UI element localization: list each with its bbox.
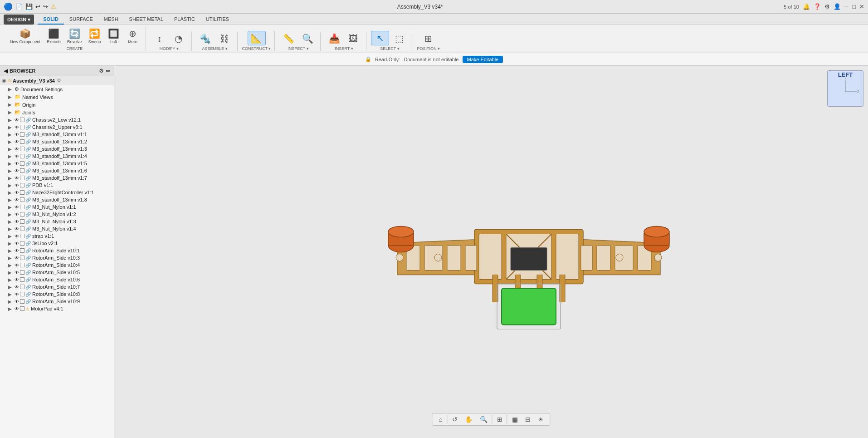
close-button[interactable]: ✕ <box>859 3 864 10</box>
tree-standoff-111[interactable]: ▶ 👁 🔗 M3_standoff_13mm v1:6 <box>0 167 114 174</box>
file-icon[interactable]: 📄 <box>15 3 23 10</box>
revolve-button[interactable]: 🔄 Revolve <box>64 27 85 45</box>
loft-button[interactable]: 🔲 Loft <box>105 27 123 45</box>
tree-standoff-110[interactable]: ▶ 👁 🔗 M3_standoff_13mm v1:5 <box>0 160 114 167</box>
sweep-button[interactable]: 🔁 Sweep <box>86 27 104 45</box>
new-component-button[interactable]: 📦 New Component <box>7 27 43 45</box>
press-pull-button[interactable]: ↕ <box>151 32 169 45</box>
nut4-eye[interactable]: 👁 <box>15 226 19 231</box>
display-mode-button[interactable]: ▦ <box>509 415 521 424</box>
nut3-eye[interactable]: 👁 <box>15 219 19 224</box>
so9-eye[interactable]: 👁 <box>15 154 19 159</box>
rotor3-eye[interactable]: 👁 <box>15 256 19 261</box>
chassisv2-upper-eye[interactable]: 👁 <box>15 125 19 130</box>
tree-rotorarm-4[interactable]: ▶ 👁 🔗 RotorArm_Side v10:4 <box>0 261 114 269</box>
fillet-button[interactable]: ◔ <box>170 32 188 45</box>
rotor7-eye[interactable]: 👁 <box>15 285 19 290</box>
tree-rotorarm-8[interactable]: ▶ 👁 🔗 RotorArm_Side v10:8 <box>0 290 114 298</box>
nut1-eye[interactable]: 👁 <box>15 205 19 210</box>
minimize-button[interactable]: ─ <box>844 3 848 10</box>
user-icon[interactable]: 👤 <box>834 3 841 10</box>
zoom-to-fit-button[interactable]: ⊞ <box>494 415 505 424</box>
orbit-button[interactable]: ↺ <box>449 415 460 424</box>
tree-standoff-112[interactable]: ▶ 👁 🔗 M3_standoff_13mm v1:7 <box>0 174 114 182</box>
so7-eye[interactable]: 👁 <box>15 139 19 144</box>
rotor6-eye[interactable]: 👁 <box>15 277 19 282</box>
redo-icon[interactable]: ↪ <box>43 3 48 10</box>
tree-named-views[interactable]: ▶ 📁 Named Views <box>0 93 114 101</box>
tree-strap[interactable]: ▶ 👁 🔗 strap v1:1 <box>0 232 114 240</box>
tree-rotorarm-1[interactable]: ▶ 👁 🔗 RotorArm_Side v10:1 <box>0 247 114 254</box>
root-visibility[interactable]: ◉ <box>2 78 6 84</box>
tree-standoff-18[interactable]: ▶ 👁 🔗 M3_standoff_13mm v1:8 <box>0 196 114 203</box>
tab-solid[interactable]: SOLID <box>38 15 64 25</box>
nut2-eye[interactable]: 👁 <box>15 212 19 217</box>
construct-main-button[interactable]: 📐 <box>248 31 266 45</box>
tree-nut-2[interactable]: ▶ 👁 🔗 M3_Nut_Nylon v1:2 <box>0 211 114 218</box>
rigid-group-button[interactable]: ⛓ <box>215 32 234 45</box>
grid-button[interactable]: ⊟ <box>522 415 533 424</box>
pdb-eye[interactable]: 👁 <box>15 183 19 188</box>
create-more-button[interactable]: ⊕ More <box>124 27 142 45</box>
3slipo-eye[interactable]: 👁 <box>15 241 19 246</box>
browser-settings-icon[interactable]: ⚙ <box>99 68 104 74</box>
tree-root[interactable]: ◉ ⚠ Assembly_V3 v34 ⚙ <box>0 76 114 85</box>
align-button[interactable]: ⊞ <box>419 32 438 45</box>
tree-naze32[interactable]: ▶ 👁 🔗 Naze32FlightController v1:1 <box>0 189 114 196</box>
notification-icon[interactable]: 🔔 <box>803 3 810 10</box>
rotor9-eye[interactable]: 👁 <box>15 299 19 304</box>
rotor8-eye[interactable]: 👁 <box>15 292 19 297</box>
tree-rotorarm-3[interactable]: ▶ 👁 🔗 RotorArm_Side v10:3 <box>0 254 114 261</box>
root-settings-icon[interactable]: ⚙ <box>57 78 61 84</box>
joint-button[interactable]: 🔩 <box>196 32 215 45</box>
tab-utilities[interactable]: UTILITIES <box>200 15 234 25</box>
rotor5-eye[interactable]: 👁 <box>15 270 19 275</box>
tree-motorpad[interactable]: ▶ 👁 ⚠ MotorPad v4:1 <box>0 305 114 312</box>
standoff-18-eye[interactable]: 👁 <box>15 197 19 202</box>
so8-eye[interactable]: 👁 <box>15 147 19 152</box>
select-button[interactable]: ↖ <box>371 31 389 45</box>
tree-chassisv2-low[interactable]: ▶ 👁 🔗 Chassisv2_Low v12:1 <box>0 116 114 123</box>
rotor1-eye[interactable]: 👁 <box>15 248 19 253</box>
construct-label[interactable]: CONSTRUCT ▾ <box>242 46 271 51</box>
make-editable-button[interactable]: Make Editable <box>463 56 503 63</box>
extrude-button[interactable]: ⬛ Extrude <box>44 27 63 45</box>
save-icon[interactable]: 💾 <box>25 3 33 10</box>
so6-eye[interactable]: 👁 <box>15 132 19 137</box>
assemble-label[interactable]: ASSEMBLE ▾ <box>202 46 228 51</box>
tree-nut-4[interactable]: ▶ 👁 🔗 M3_Nut_Nylon v1:4 <box>0 225 114 232</box>
decal-button[interactable]: 🖼 <box>344 32 362 45</box>
zoom-button[interactable]: 🔍 <box>477 415 490 424</box>
browser-resize-icon[interactable]: ⇔ <box>106 68 110 74</box>
undo-icon[interactable]: ↩ <box>35 3 40 10</box>
inspect-label[interactable]: INSPECT ▾ <box>288 46 308 51</box>
tree-nut-3[interactable]: ▶ 👁 🔗 M3_Nut_Nylon v1:3 <box>0 218 114 225</box>
design-dropdown[interactable]: DESIGN ▾ <box>4 15 34 25</box>
tab-sheet-metal[interactable]: SHEET METAL <box>124 15 169 25</box>
tree-3slipo[interactable]: ▶ 👁 🔗 3sLipo v2:1 <box>0 240 114 247</box>
window-select-button[interactable]: ⬚ <box>390 32 408 45</box>
naze32-eye[interactable]: 👁 <box>15 190 19 195</box>
so11-eye[interactable]: 👁 <box>15 168 19 173</box>
viewport[interactable]: LEFT Z Y <box>114 66 868 438</box>
help-icon[interactable]: ❓ <box>814 3 821 10</box>
so10-eye[interactable]: 👁 <box>15 161 19 166</box>
maximize-button[interactable]: □ <box>852 3 856 10</box>
collapse-browser-icon[interactable]: ◀ <box>4 68 8 74</box>
tree-standoff-18[interactable]: ▶ 👁 🔗 M3_standoff_13mm v1:3 <box>0 145 114 153</box>
environment-button[interactable]: ☀ <box>535 415 546 424</box>
tree-standoff-17[interactable]: ▶ 👁 🔗 M3_standoff_13mm v1:2 <box>0 138 114 145</box>
tree-joints[interactable]: ▶ 📂 Joints <box>0 108 114 116</box>
chassisv2-low-eye[interactable]: 👁 <box>15 118 19 123</box>
tree-nut-1[interactable]: ▶ 👁 🔗 M3_Nut_Nylon v1:1 <box>0 203 114 211</box>
tab-mesh[interactable]: MESH <box>98 15 124 25</box>
insert-button[interactable]: 📥 <box>325 32 343 45</box>
pan-button[interactable]: ✋ <box>462 415 475 424</box>
so12-eye[interactable]: 👁 <box>15 176 19 181</box>
position-label[interactable]: POSITION ▾ <box>417 46 440 51</box>
settings-icon[interactable]: ⚙ <box>824 3 830 10</box>
tab-surface[interactable]: SURFACE <box>64 15 98 25</box>
strap-eye[interactable]: 👁 <box>15 234 19 239</box>
tree-standoff-16[interactable]: ▶ 👁 🔗 M3_standoff_13mm v1:1 <box>0 131 114 138</box>
tab-plastic[interactable]: PLASTIC <box>169 15 200 25</box>
